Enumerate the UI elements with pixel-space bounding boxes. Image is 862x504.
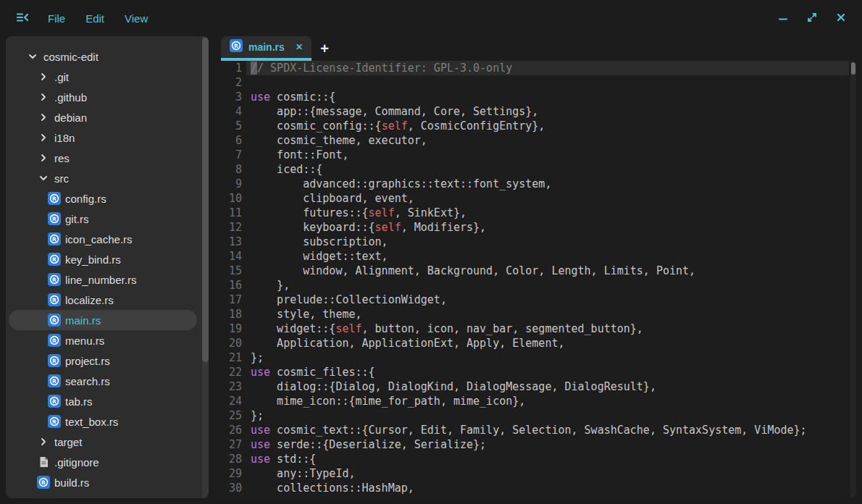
code-line[interactable]: 26use cosmic_text::{Cursor, Edit, Family… (214, 423, 849, 437)
sidebar-item-debian[interactable]: debian (6, 107, 209, 127)
chevron-right-icon (35, 437, 51, 447)
code-line[interactable]: 7 font::Font, (214, 148, 849, 162)
tab-close-button[interactable]: ✕ (294, 41, 304, 53)
code-line[interactable]: 12 keyboard::{self, Modifiers}, (214, 220, 849, 235)
code-line[interactable]: 25}; (214, 408, 849, 423)
sidebar-item-search-rs[interactable]: Rsearch.rs (6, 371, 209, 391)
sidebar-item-main-rs[interactable]: Rmain.rs (9, 310, 197, 330)
line-number: 12 (214, 220, 246, 235)
sidebar-item-label: menu.rs (65, 335, 104, 347)
code-line[interactable]: 15 window, Alignment, Background, Color,… (214, 264, 849, 278)
code-line[interactable]: 8 iced::{ (214, 162, 849, 177)
code-line[interactable]: 16 }, (214, 278, 849, 293)
code-line-content: use cosmic_files::{ (246, 365, 849, 379)
code-line[interactable]: 17 prelude::CollectionWidget, (214, 293, 849, 307)
code-line[interactable]: 3use cosmic::{ (214, 90, 849, 104)
sidebar-item-config-rs[interactable]: Rconfig.rs (6, 188, 209, 209)
code-line[interactable]: 13 subscription, (214, 235, 849, 249)
line-number: 4 (214, 104, 246, 119)
code-line-content: prelude::CollectionWidget, (246, 293, 849, 307)
line-number: 10 (214, 191, 246, 206)
line-number: 24 (214, 394, 246, 408)
line-number: 28 (214, 452, 246, 466)
sidebar-item-key-bind-rs[interactable]: Rkey_bind.rs (6, 249, 209, 269)
code-line[interactable]: 14 widget::text, (214, 249, 849, 264)
code-line[interactable]: 21}; (214, 350, 849, 365)
sidebar-item-label: debian (54, 112, 87, 124)
sidebar-item-line-number-rs[interactable]: Rline_number.rs (6, 269, 209, 290)
sidebar-item-build-rs[interactable]: Rbuild.rs (6, 472, 209, 492)
rust-file-icon: R (46, 192, 62, 205)
tab-main-rs[interactable]: R main.rs ✕ (221, 36, 311, 61)
sidebar-item-label: i18n (54, 132, 75, 144)
code-line[interactable]: 2 (214, 75, 849, 90)
rust-file-icon: R (46, 415, 62, 428)
sidebar-item-project-rs[interactable]: Rproject.rs (6, 350, 209, 371)
sidebar-item-localize-rs[interactable]: Rlocalize.rs (6, 290, 209, 310)
maximize-icon (805, 11, 819, 26)
code-editor[interactable]: 1// SPDX-License-Identifier: GPL-3.0-onl… (214, 61, 856, 498)
line-number: 25 (214, 408, 246, 423)
code-line[interactable]: 20 Application, ApplicationExt, Apply, E… (214, 336, 849, 350)
editor-scrollbar-thumb[interactable] (851, 62, 855, 75)
code-line[interactable]: 23 dialog::{Dialog, DialogKind, DialogMe… (214, 379, 849, 394)
code-line[interactable]: 1// SPDX-License-Identifier: GPL-3.0-onl… (214, 61, 849, 75)
sidebar-toggle-button[interactable] (12, 7, 33, 29)
menu-item-view[interactable]: View (123, 9, 149, 28)
code-line[interactable]: 9 advanced::graphics::text::font_system, (214, 177, 849, 191)
sidebar-item-icon-cache-rs[interactable]: Ricon_cache.rs (6, 229, 209, 249)
sidebar-item-git[interactable]: .git (6, 67, 209, 87)
code-line-content: // SPDX-License-Identifier: GPL-3.0-only (246, 61, 849, 75)
svg-text:R: R (41, 479, 46, 486)
sidebar-item-src[interactable]: src (6, 168, 209, 188)
sidebar-item-label: build.rs (54, 476, 89, 489)
line-number: 14 (214, 249, 246, 264)
sidebar-item-cosmic-edit[interactable]: cosmic-edit (6, 46, 209, 67)
code-line-content: }; (246, 350, 849, 365)
code-line[interactable]: 28use std::{ (214, 452, 849, 466)
code-line[interactable]: 30 collections::HashMap, (214, 481, 849, 495)
close-button[interactable] (830, 7, 852, 29)
rust-file-icon: R (230, 39, 243, 55)
code-line[interactable]: 24 mime_icon::{mime_for_path, mime_icon}… (214, 394, 849, 408)
svg-text:R: R (52, 236, 57, 243)
new-tab-button[interactable]: + (311, 36, 338, 61)
code-token: advanced::graphics::text::font_system, (251, 177, 551, 190)
code-line[interactable]: 18 style, theme, (214, 307, 849, 322)
sidebar-item-tab-rs[interactable]: Rtab.rs (6, 391, 209, 411)
line-number: 2 (214, 75, 246, 90)
sidebar-item-gitignore[interactable]: .gitignore (6, 452, 209, 472)
line-number: 11 (214, 206, 246, 220)
code-line[interactable]: 4 app::{message, Command, Core, Settings… (214, 104, 849, 119)
code-line[interactable]: 5 cosmic_config::{self, CosmicConfigEntr… (214, 119, 849, 133)
line-number: 29 (214, 466, 246, 481)
chevron-right-icon (35, 72, 51, 82)
code-line[interactable]: 27use serde::{Deserialize, Serialize}; (214, 437, 849, 452)
sidebar-item-label: main.rs (65, 314, 101, 327)
minimize-button[interactable] (772, 7, 794, 29)
code-line[interactable]: 19 widget::{self, button, icon, nav_bar,… (214, 322, 849, 336)
sidebar-item-i18n[interactable]: i18n (6, 127, 209, 148)
code-line[interactable]: 6 cosmic_theme, executor, (214, 133, 849, 148)
code-line[interactable]: 10 clipboard, event, (214, 191, 849, 206)
sidebar-item-res[interactable]: res (6, 148, 209, 168)
code-token: futures::{ (251, 206, 369, 219)
line-number: 5 (214, 119, 246, 133)
line-number: 15 (214, 264, 246, 278)
sidebar-item-label: text_box.rs (65, 416, 118, 428)
svg-text:R: R (52, 297, 57, 303)
sidebar-item-label: src (54, 172, 69, 185)
sidebar-item-text-box-rs[interactable]: Rtext_box.rs (6, 411, 209, 432)
sidebar-item-github[interactable]: .github (6, 87, 209, 107)
maximize-button[interactable] (801, 7, 823, 29)
code-line[interactable]: 29 any::TypeId, (214, 466, 849, 481)
sidebar-item-git-rs[interactable]: Rgit.rs (6, 209, 209, 229)
sidebar-item-menu-rs[interactable]: Rmenu.rs (6, 330, 209, 350)
sidebar-item-target[interactable]: target (6, 432, 209, 452)
menu-item-edit[interactable]: Edit (84, 9, 106, 28)
chevron-right-icon (35, 153, 51, 163)
menu-item-file[interactable]: File (46, 9, 67, 28)
code-line[interactable]: 11 futures::{self, SinkExt}, (214, 206, 849, 220)
sidebar-scrollbar-thumb[interactable] (202, 38, 209, 362)
code-line[interactable]: 22use cosmic_files::{ (214, 365, 849, 379)
